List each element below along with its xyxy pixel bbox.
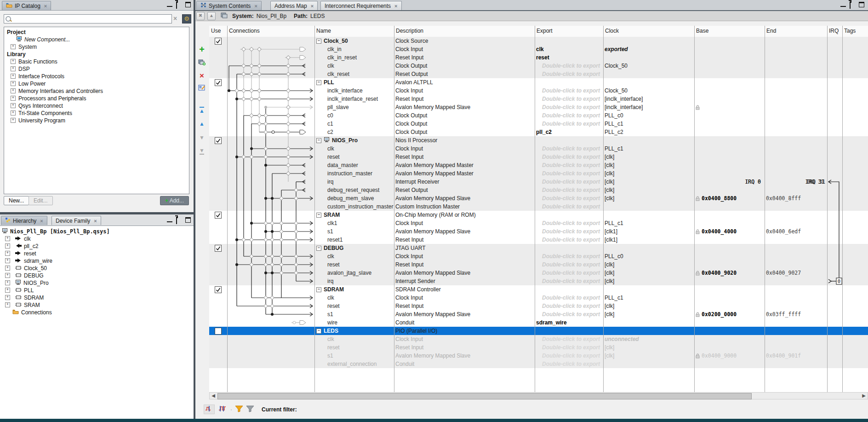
column-header-irq[interactable]: IRQ bbox=[827, 26, 842, 37]
table-row[interactable]: custom_instruction_masterCustom Instruct… bbox=[209, 202, 868, 211]
export-hint[interactable]: Double-click to export bbox=[535, 169, 603, 178]
expand-icon[interactable]: + bbox=[5, 266, 10, 271]
clock-value[interactable]: PLL_c1 bbox=[603, 120, 694, 128]
clock-value[interactable]: [clk] bbox=[603, 260, 694, 269]
clock-value[interactable]: [clk] bbox=[603, 178, 694, 186]
use-checkbox[interactable] bbox=[215, 79, 222, 86]
table-row[interactable]: −Clock_50Clock Source bbox=[209, 37, 868, 45]
tab-ip-catalog[interactable]: IP Catalog × bbox=[2, 1, 51, 10]
base-address[interactable]: 0x0400_9020 bbox=[702, 269, 737, 277]
table-row[interactable]: inclk_interface_resetReset InputDouble-c… bbox=[209, 95, 868, 103]
table-row[interactable]: external_connectionConduitDouble-click t… bbox=[209, 360, 868, 368]
column-header-end[interactable]: End bbox=[765, 26, 827, 37]
expand-icon[interactable]: + bbox=[11, 81, 16, 86]
hierarchy-root[interactable]: Nios_Pll_Bp [Nios_Pll_Bp.qsys] bbox=[2, 228, 194, 235]
hierarchy-item-sram[interactable]: +SRAM bbox=[2, 301, 194, 309]
expand-icon[interactable]: + bbox=[11, 88, 16, 93]
table-row[interactable]: clkClock InputDouble-click to exportPLL_… bbox=[209, 252, 868, 260]
library-item[interactable]: +Interface Protocols bbox=[4, 73, 189, 80]
float-icon[interactable] bbox=[176, 1, 177, 9]
table-row[interactable]: debug_reset_requestReset OutputDouble-cl… bbox=[209, 186, 868, 194]
table-row[interactable]: instruction_masterAvalon Memory Mapped M… bbox=[209, 169, 868, 178]
table-row[interactable]: −PLLAvalon ALTPLL bbox=[209, 78, 868, 87]
expand-icon[interactable]: + bbox=[5, 288, 10, 293]
clock-value[interactable]: [clk] bbox=[603, 169, 694, 178]
export-value[interactable]: clk bbox=[535, 45, 603, 53]
clock-value[interactable]: PLL_c2 bbox=[603, 128, 694, 136]
table-row[interactable]: s1Avalon Memory Mapped SlaveDouble-click… bbox=[209, 352, 868, 360]
clock-value[interactable]: [inclk_interface] bbox=[603, 95, 694, 103]
expand-icon[interactable]: + bbox=[11, 110, 16, 116]
close-icon[interactable]: × bbox=[311, 3, 314, 9]
table-row[interactable]: s1Avalon Memory Mapped SlaveDouble-click… bbox=[209, 227, 868, 236]
base-address[interactable]: 0x0400_9000 bbox=[702, 352, 737, 360]
hierarchy-item-clock_50[interactable]: +Clock_50 bbox=[2, 265, 194, 272]
collapse-icon[interactable]: − bbox=[316, 287, 321, 292]
horizontal-splitter[interactable] bbox=[0, 212, 194, 214]
export-hint[interactable]: Double-click to export bbox=[535, 178, 603, 186]
tab-hierarchy[interactable]: Hierarchy × bbox=[1, 216, 47, 225]
clock-value[interactable]: [clk] bbox=[603, 161, 694, 169]
table-row[interactable]: c2Clock Outputpll_c2PLL_c2 bbox=[209, 128, 868, 136]
export-hint[interactable]: Double-click to export bbox=[535, 186, 603, 194]
table-row[interactable]: −SRAMOn-Chip Memory (RAM or ROM) bbox=[209, 211, 868, 219]
show-clock-crossing-icon[interactable] bbox=[204, 405, 215, 414]
export-hint[interactable]: Double-click to export bbox=[535, 219, 603, 227]
export-hint[interactable]: Double-click to export bbox=[535, 335, 603, 343]
table-row[interactable]: −NIOS_ProNios II Processor bbox=[209, 136, 868, 145]
library-item[interactable]: +Memory Interfaces and Controllers bbox=[4, 87, 189, 95]
use-checkbox[interactable] bbox=[215, 245, 222, 252]
export-hint[interactable]: Double-click to export bbox=[535, 360, 603, 368]
clock-value[interactable]: [clk] bbox=[603, 302, 694, 310]
clock-value[interactable]: PLL_c0 bbox=[603, 111, 694, 120]
scroll-right-icon[interactable]: ▶ bbox=[860, 393, 868, 399]
filter-icon[interactable] bbox=[235, 405, 243, 414]
table-row[interactable]: reset1Reset InputDouble-click to export[… bbox=[209, 236, 868, 244]
duplicate-component-button[interactable] bbox=[197, 59, 207, 69]
expand-icon[interactable]: + bbox=[11, 118, 16, 123]
scroll-left-icon[interactable]: ◀ bbox=[210, 393, 217, 399]
tab-system-contents[interactable]: System Contents × bbox=[196, 1, 262, 10]
base-address[interactable]: 0x0400_8800 bbox=[702, 194, 737, 202]
export-value[interactable]: pll_c2 bbox=[535, 128, 603, 136]
clock-value[interactable]: [clk] bbox=[603, 194, 694, 202]
expand-icon[interactable]: + bbox=[5, 243, 10, 249]
clock-value[interactable]: [clk] bbox=[603, 153, 694, 161]
clock-value[interactable]: Clock_50 bbox=[603, 62, 694, 70]
minimize-icon[interactable] bbox=[167, 2, 172, 7]
clock-value[interactable]: [clk] bbox=[603, 343, 694, 352]
table-row[interactable]: c1Clock OutputDouble-click to exportPLL_… bbox=[209, 120, 868, 128]
table-row[interactable]: resetReset InputDouble-click to export[c… bbox=[209, 343, 868, 352]
table-row[interactable]: clkClock InputDouble-click to exportPLL_… bbox=[209, 294, 868, 302]
float-icon[interactable] bbox=[176, 217, 177, 224]
hierarchy-item-sdram[interactable]: +SDRAM bbox=[2, 294, 194, 301]
export-hint[interactable]: Double-click to export bbox=[535, 145, 603, 153]
collapse-icon[interactable]: − bbox=[316, 329, 321, 334]
table-row[interactable]: debug_mem_slaveAvalon Memory Mapped Slav… bbox=[209, 194, 868, 202]
export-hint[interactable]: Double-click to export bbox=[535, 111, 603, 120]
table-row[interactable]: pll_slaveAvalon Memory Mapped SlaveDoubl… bbox=[209, 103, 868, 111]
expand-icon[interactable]: + bbox=[5, 236, 10, 241]
export-hint[interactable]: Double-click to export bbox=[535, 202, 603, 211]
table-row[interactable]: clk_in_resetReset Inputreset bbox=[209, 53, 868, 62]
table-row[interactable]: −SDRAMSDRAM Controller bbox=[209, 285, 868, 294]
hierarchy-item-connections[interactable]: Connections bbox=[2, 309, 194, 316]
use-checkbox[interactable] bbox=[215, 212, 222, 219]
use-checkbox[interactable] bbox=[215, 137, 222, 144]
table-row[interactable]: s1Avalon Memory Mapped SlaveDouble-click… bbox=[209, 310, 868, 318]
collapse-icon[interactable]: − bbox=[316, 39, 321, 44]
clock-value[interactable]: [clk1] bbox=[603, 236, 694, 244]
tree-item[interactable]: New Component... bbox=[4, 36, 189, 43]
table-row[interactable]: c0Clock OutputDouble-click to exportPLL_… bbox=[209, 111, 868, 120]
table-row[interactable]: wireConduitsdram_wire bbox=[209, 318, 868, 327]
scrollbar-thumb[interactable] bbox=[217, 393, 752, 399]
export-hint[interactable]: Double-click to export bbox=[535, 95, 603, 103]
clock-value[interactable]: Clock_50 bbox=[603, 87, 694, 95]
clock-value[interactable]: [clk] bbox=[603, 186, 694, 194]
edit-button[interactable]: Edit... bbox=[29, 196, 53, 205]
base-address[interactable]: 0x0200_0000 bbox=[702, 310, 737, 318]
export-hint[interactable]: Double-click to export bbox=[535, 260, 603, 269]
export-hint[interactable]: Double-click to export bbox=[535, 103, 603, 111]
tree-item[interactable]: +System bbox=[4, 43, 189, 51]
up-level-button[interactable]: ▲ bbox=[207, 12, 216, 20]
